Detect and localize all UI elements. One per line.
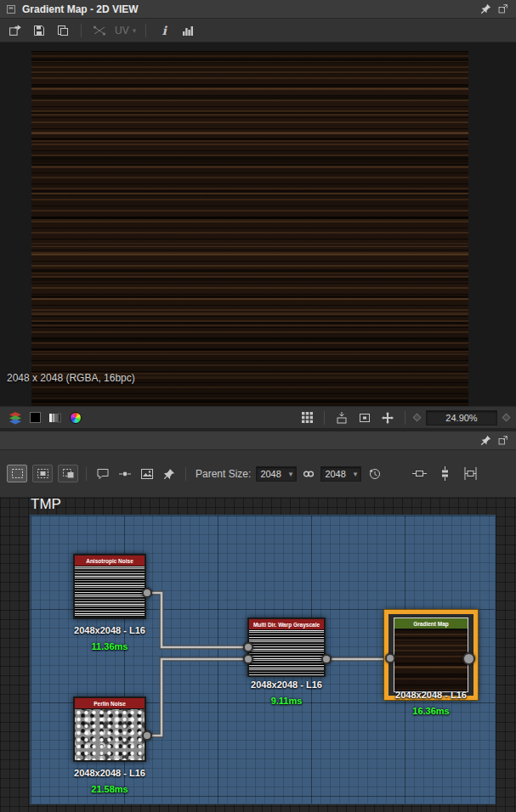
node-thumbnail [394,629,468,691]
histogram-icon[interactable] [179,22,196,39]
node-caption: 2048x2048 - L16 16.36ms [367,690,495,716]
node-title-bar: Multi Dir. Warp Grayscale [249,619,324,630]
select-tool-button[interactable] [7,465,27,482]
node-thumbnail [249,630,324,675]
texture-resolution-status: 2048 x 2048 (RGBA, 16bpc) [7,372,135,384]
tiling-grid-icon[interactable] [298,409,315,426]
grayscale-ramp-icon[interactable] [47,409,64,426]
input-port-warp-2[interactable] [243,654,253,664]
dot-node-icon[interactable] [116,465,133,482]
output-port-gradient-map[interactable] [462,652,475,665]
output-port-warp[interactable] [321,654,332,664]
zoom-level-field[interactable]: 24.90% [426,410,497,426]
parent-width-dropdown[interactable]: 2048 ▾ [256,466,297,482]
pin-tool-icon[interactable] [161,465,178,482]
node-caption: 2048x2048 - L16 9.11ms [223,679,350,706]
output-port-perlin[interactable] [142,730,152,741]
panel-menu-icon[interactable] [5,3,17,15]
node-anisotropic-noise[interactable]: Anisotropic Noise [73,554,146,619]
view2d-title: Gradient Map - 2D VIEW [22,3,139,15]
input-port-warp-1[interactable] [243,642,253,652]
pin-panel-icon[interactable] [477,433,494,448]
pin-panel-icon[interactable] [477,2,494,17]
zoom-level-value: 24.90% [445,413,477,423]
pan-view-icon[interactable] [379,409,396,426]
comment-icon[interactable] [94,465,111,482]
snap-grid-icon[interactable] [462,465,479,482]
node-multi-dir-warp[interactable]: Multi Dir. Warp Grayscale [247,617,326,677]
view2d-canvas[interactable]: 2048 x 2048 (RGBA, 16bpc) [0,42,516,406]
node-spacing-icon[interactable] [436,465,453,482]
reset-size-icon[interactable] [366,465,383,482]
export-image-icon[interactable] [7,22,24,39]
output-port-anisotropic[interactable] [142,588,152,598]
node-caption: 2048x2048 - L16 21.58ms [46,768,173,794]
node-title-bar: Perlin Noise [75,698,145,709]
select-intersect-tool-button[interactable] [58,465,78,482]
background-color-swatch[interactable] [30,412,41,423]
float-panel-icon[interactable] [494,2,511,17]
graph-name-label: TMP [31,498,61,513]
uv-mode-dropdown[interactable]: UV ▾ [115,25,136,37]
substance-designer-window: Gradient Map - 2D VIEW [0,0,516,812]
connection-display-icon[interactable] [411,465,428,482]
chevron-down-icon: ▾ [289,470,293,478]
node-thumbnail [75,567,145,617]
node-title-bar: Gradient Map [394,618,468,629]
fit-view-icon[interactable] [333,409,350,426]
parent-height-dropdown[interactable]: 2048 ▾ [320,466,361,482]
node-thumbnail [75,709,145,760]
frame-image-icon[interactable] [139,465,156,482]
info-icon[interactable]: i [156,22,173,39]
channels-icon[interactable] [7,409,24,426]
texture-preview[interactable] [31,51,468,406]
color-picker-icon[interactable] [70,412,82,424]
node-perlin-noise[interactable]: Perlin Noise [73,696,146,762]
graph-viewport[interactable]: TMP Anisotropic Noise [0,498,516,812]
view2d-panel: Gradient Map - 2D VIEW [0,0,516,428]
view2d-toolbar: UV ▾ i [0,19,516,42]
chevron-down-icon: ▾ [354,470,358,478]
graph-panel: Parent Size: 2048 ▾ 2048 ▾ [0,431,516,812]
zoom-in-button[interactable] [502,414,511,422]
select-contained-tool-button[interactable] [32,465,53,482]
input-port-gradient-map[interactable] [385,653,395,663]
view2d-header: Gradient Map - 2D VIEW [0,0,516,19]
graph-header [0,431,516,450]
node-caption: 2048x2048 - L16 11.36ms [46,625,173,651]
copy-icon[interactable] [54,22,71,39]
view2d-bottombar: 24.90% [0,406,516,428]
link-size-icon[interactable] [302,465,315,482]
actual-size-icon[interactable] [356,409,373,426]
parent-size-label: Parent Size: [196,468,251,480]
zoom-out-button[interactable] [413,414,422,422]
link-views-icon[interactable] [91,22,108,39]
save-icon[interactable] [31,22,48,39]
graph-toolbar: Parent Size: 2048 ▾ 2048 ▾ [0,450,516,498]
node-title-bar: Anisotropic Noise [75,555,145,567]
chevron-down-icon: ▾ [133,26,137,35]
float-panel-icon[interactable] [494,433,511,448]
